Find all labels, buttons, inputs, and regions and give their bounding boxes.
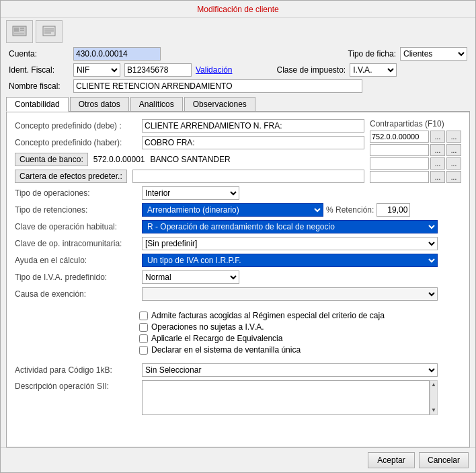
descripcion-scrollbar[interactable]: ▲ ▼ <box>430 380 438 415</box>
scroll-up-arrow[interactable]: ▲ <box>431 381 436 388</box>
contra-btn-3a[interactable]: ... <box>430 157 445 170</box>
contra-row-2: ... ... <box>370 144 461 156</box>
concepto-debe-row: Concepto predefinido (debe) : <box>15 119 364 133</box>
cuenta-banco-name: BANCO SANTANDER <box>151 155 231 164</box>
ayuda-calculo-select[interactable]: Un tipo de IVA con I.R.P.F. <box>142 254 438 267</box>
causa-exencion-row: Causa de exención: <box>15 287 461 301</box>
checkbox-row-1: Admite facturas acogidas al Régimen espe… <box>139 311 461 320</box>
contra-input-2[interactable] <box>370 144 429 156</box>
tipo-iva-select[interactable]: Normal <box>142 270 239 284</box>
contra-input-1[interactable] <box>370 131 429 143</box>
window-title: Modificación de cliente <box>197 5 278 14</box>
cuenta-label: Cuenta: <box>9 49 69 59</box>
ident-fiscal-input[interactable] <box>124 63 192 77</box>
clave-habitual-label: Clave de operación habitual: <box>15 222 139 231</box>
checkbox-recargo[interactable] <box>139 334 148 343</box>
checkbox-recargo-label: Aplicarle el Recargo de Equivalencia <box>151 334 282 343</box>
actividad-row: Actividad para Código 1kB: Sin Seleccion… <box>15 363 461 377</box>
tipo-retenciones-select[interactable]: Arrendamiento (dinerario) <box>142 203 323 217</box>
checkbox-ventanilla-label: Declarar en el sistema de ventanilla úni… <box>151 345 301 355</box>
toolbar-icon-2[interactable] <box>36 20 63 43</box>
actividad-label: Actividad para Código 1kB: <box>15 365 139 375</box>
cuenta-banco-button[interactable]: Cuenta de banco: <box>15 153 88 166</box>
validacion-button[interactable]: Validación <box>196 65 232 75</box>
tipo-ficha-label: Tipo de ficha: <box>348 49 396 59</box>
cuenta-row: Cuenta: Tipo de ficha: Clientes <box>9 47 467 61</box>
concepto-debe-input[interactable] <box>142 119 364 133</box>
concepto-haber-row: Concepto predefinido (haber): <box>15 136 364 149</box>
clave-intracomunitaria-row: Clave de op. intracomunitaria: [Sin pred… <box>15 237 461 250</box>
header-fields: Cuenta: Tipo de ficha: Clientes Ident. F… <box>1 43 475 97</box>
contra-row-1: ... ... <box>370 131 461 143</box>
cuenta-input[interactable] <box>73 47 161 61</box>
toolbar-icon-1[interactable] <box>6 20 33 43</box>
clave-intracomunitaria-select[interactable]: [Sin predefinir] <box>142 237 438 250</box>
contrapartidas-panel: Contrapartidas (F10) ... ... ... ... ...… <box>370 119 461 184</box>
clase-impuesto-select[interactable]: I.V.A. <box>350 63 397 77</box>
contra-btn-1a[interactable]: ... <box>430 131 445 143</box>
contra-input-4[interactable] <box>370 171 429 183</box>
checkbox-row-2: Operaciones no sujetas a I.V.A. <box>139 322 461 332</box>
main-window: Modificación de cliente Cuenta: <box>0 0 476 473</box>
descripcion-textarea-wrapper: ▲ ▼ <box>142 380 438 415</box>
concepto-haber-label: Concepto predefinido (haber): <box>15 138 139 147</box>
svg-rect-1 <box>14 28 19 32</box>
clave-habitual-select[interactable]: R - Operación de arrendamiento de local … <box>142 220 438 233</box>
tab-analiticos[interactable]: Analíticos <box>130 97 183 111</box>
ident-fiscal-label: Ident. Fiscal: <box>9 65 69 75</box>
actividad-select[interactable]: Sin Seleccionar <box>142 363 438 377</box>
tipo-operaciones-select[interactable]: Interior <box>142 186 239 200</box>
ayuda-calculo-row: Ayuda en el cálculo: Un tipo de IVA con … <box>15 254 461 267</box>
checkbox-criterio-caja[interactable] <box>139 312 148 320</box>
retenciones-controls: Arrendamiento (dinerario) % Retención: <box>142 203 410 217</box>
cartera-button[interactable]: Cartera de efectos predeter.: <box>15 170 127 183</box>
tipo-retenciones-label: Tipo de retenciones: <box>15 205 139 215</box>
clase-impuesto-label: Clase de impuesto: <box>276 65 346 75</box>
cancelar-button[interactable]: Cancelar <box>419 452 469 468</box>
descripcion-label: Descripción operación SII: <box>15 380 139 391</box>
contra-btn-4b[interactable]: ... <box>446 171 461 183</box>
tipo-ficha-area: Tipo de ficha: Clientes <box>348 47 467 61</box>
contra-btn-2b[interactable]: ... <box>446 144 461 156</box>
concepto-haber-input[interactable] <box>142 136 364 149</box>
tipo-operaciones-row: Tipo de operaciones: Interior <box>15 186 461 200</box>
tipo-ficha-select[interactable]: Clientes <box>400 47 467 61</box>
checkbox-criterio-caja-label: Admite facturas acogidas al Régimen espe… <box>151 311 385 320</box>
tab-otros-datos[interactable]: Otros datos <box>70 97 129 111</box>
tab-contabilidad[interactable]: Contabilidad <box>6 97 69 112</box>
tab-observaciones[interactable]: Observaciones <box>184 97 255 111</box>
contra-btn-2a[interactable]: ... <box>430 144 445 156</box>
causa-exencion-select[interactable] <box>142 287 438 301</box>
checkbox-no-sujetas[interactable] <box>139 323 148 332</box>
retencion-label: % Retención: <box>326 205 374 215</box>
cuenta-banco-num: 572.0.0.00001 <box>93 155 145 164</box>
aceptar-button[interactable]: Aceptar <box>368 452 415 468</box>
tab-content-contabilidad: Contrapartidas (F10) ... ... ... ... ...… <box>6 112 470 447</box>
descripcion-textarea[interactable] <box>142 380 430 415</box>
checkbox-ventanilla[interactable] <box>139 346 148 355</box>
scroll-down-arrow[interactable]: ▼ <box>431 407 436 414</box>
nombre-fiscal-input[interactable] <box>73 79 362 93</box>
checkbox-no-sujetas-label: Operaciones no sujetas a I.V.A. <box>151 322 264 332</box>
cuenta-banco-row: Cuenta de banco: 572.0.0.00001 BANCO SAN… <box>15 153 364 166</box>
contra-row-4: ... ... <box>370 171 461 183</box>
contra-input-3[interactable] <box>370 157 429 170</box>
contra-btn-3b[interactable]: ... <box>446 157 461 170</box>
contra-btn-1b[interactable]: ... <box>446 131 461 143</box>
nombre-fiscal-row: Nombre fiscal: <box>9 79 467 93</box>
toolbar <box>1 17 475 43</box>
cartera-input[interactable] <box>132 170 364 183</box>
contra-row-3: ... ... <box>370 157 461 170</box>
retencion-input[interactable] <box>376 203 410 217</box>
contra-btn-4a[interactable]: ... <box>430 171 445 183</box>
checkbox-row-4: Declarar en el sistema de ventanilla úni… <box>139 345 461 355</box>
ayuda-calculo-label: Ayuda en el cálculo: <box>15 256 139 265</box>
tabs-bar: Contabilidad Otros datos Analíticos Obse… <box>6 97 470 112</box>
causa-exencion-label: Causa de exención: <box>15 289 139 299</box>
title-bar: Modificación de cliente <box>1 1 475 17</box>
tipo-iva-label: Tipo de I.V.A. predefinido: <box>15 272 139 282</box>
ident-fiscal-row: Ident. Fiscal: NIF Validación Clase de i… <box>9 63 467 77</box>
cartera-row: Cartera de efectos predeter.: <box>15 170 364 183</box>
ident-fiscal-type-select[interactable]: NIF <box>73 63 120 77</box>
tipo-retenciones-row: Tipo de retenciones: Arrendamiento (dine… <box>15 203 461 217</box>
